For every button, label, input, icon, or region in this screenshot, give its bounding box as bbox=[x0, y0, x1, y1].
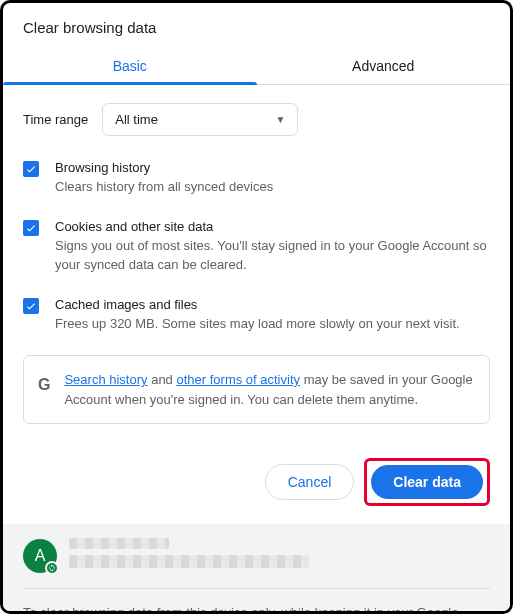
clear-data-highlight: Clear data bbox=[364, 458, 490, 506]
account-row: A bbox=[23, 538, 490, 574]
option-title: Cached images and files bbox=[55, 297, 490, 312]
checkbox-browsing-history[interactable] bbox=[23, 161, 39, 177]
option-cache: Cached images and files Frees up 320 MB.… bbox=[23, 297, 490, 334]
notice-text: and bbox=[148, 372, 177, 387]
tab-advanced[interactable]: Advanced bbox=[257, 46, 511, 84]
dialog-content: Time range All time ▼ Browsing history C… bbox=[3, 85, 510, 434]
dialog-actions: Cancel Clear data bbox=[3, 434, 510, 524]
option-title: Cookies and other site data bbox=[55, 219, 490, 234]
time-range-select[interactable]: All time ▼ bbox=[102, 103, 298, 136]
option-cookies: Cookies and other site data Signs you ou… bbox=[23, 219, 490, 275]
option-title: Browsing history bbox=[55, 160, 490, 175]
check-icon bbox=[25, 222, 37, 234]
footer-text: To clear browsing data from this device … bbox=[23, 603, 490, 614]
option-desc: Signs you out of most sites. You'll stay… bbox=[55, 237, 490, 275]
checkbox-cookies[interactable] bbox=[23, 220, 39, 236]
time-range-row: Time range All time ▼ bbox=[23, 103, 490, 136]
avatar: A bbox=[23, 539, 57, 573]
account-section: A To clear browsing data from this devic… bbox=[3, 524, 510, 614]
option-desc: Clears history from all synced devices bbox=[55, 178, 490, 197]
dialog-title: Clear browsing data bbox=[3, 3, 510, 46]
footer-text-before: To clear browsing data from this device … bbox=[23, 605, 458, 614]
clear-data-button[interactable]: Clear data bbox=[371, 465, 483, 499]
time-range-value: All time bbox=[115, 112, 158, 127]
sync-badge-icon bbox=[45, 561, 59, 575]
checkbox-cache[interactable] bbox=[23, 298, 39, 314]
other-activity-link[interactable]: other forms of activity bbox=[176, 372, 300, 387]
divider bbox=[23, 588, 490, 589]
option-desc: Frees up 320 MB. Some sites may load mor… bbox=[55, 315, 490, 334]
time-range-label: Time range bbox=[23, 112, 88, 127]
google-account-notice: G Search history and other forms of acti… bbox=[23, 355, 490, 424]
check-icon bbox=[25, 163, 37, 175]
cancel-button[interactable]: Cancel bbox=[265, 464, 355, 500]
account-info-redacted bbox=[69, 538, 490, 574]
google-g-icon: G bbox=[38, 373, 50, 397]
check-icon bbox=[25, 300, 37, 312]
option-browsing-history: Browsing history Clears history from all… bbox=[23, 160, 490, 197]
tab-bar: Basic Advanced bbox=[3, 46, 510, 85]
avatar-letter: A bbox=[35, 547, 46, 565]
chevron-down-icon: ▼ bbox=[275, 114, 285, 125]
search-history-link[interactable]: Search history bbox=[64, 372, 147, 387]
tab-basic[interactable]: Basic bbox=[3, 46, 257, 84]
